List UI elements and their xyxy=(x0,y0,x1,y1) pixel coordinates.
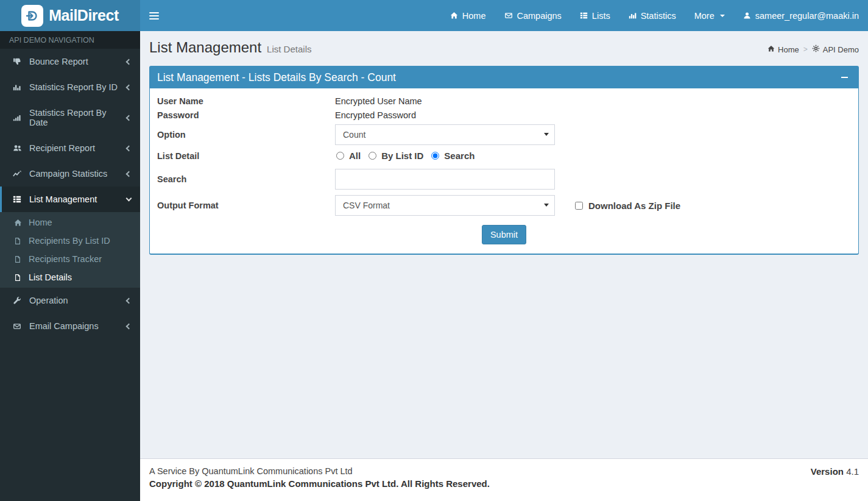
sidebar-item-recipient-report[interactable]: Recipient Report xyxy=(0,135,140,161)
collapse-panel-button[interactable] xyxy=(838,71,851,84)
radio-all-label: All xyxy=(349,151,361,161)
maildirect-logo-icon xyxy=(21,5,43,27)
page-title: List Management List Details xyxy=(149,39,311,56)
submit-row: Submit xyxy=(157,225,851,244)
form-row-output-format: Output Format CSV Format Download As Zip… xyxy=(157,195,851,216)
form-row-option: Option Count xyxy=(157,124,851,145)
breadcrumb-api-demo[interactable]: API Demo xyxy=(812,44,859,54)
panel-header: List Management - Lists Details By Searc… xyxy=(150,66,858,88)
zip-option: Download As Zip File xyxy=(575,201,680,211)
sidebar-item-email-campaigns[interactable]: Email Campaigns xyxy=(0,313,140,339)
chevron-left-icon xyxy=(126,297,132,304)
content-header: List Management List Details Home > API … xyxy=(140,31,868,56)
app-window: MailDirect Home Campaigns Lists xyxy=(0,0,868,501)
signal-icon xyxy=(11,113,23,122)
breadcrumb-separator: > xyxy=(803,45,808,54)
caret-down-icon xyxy=(544,204,549,207)
form-panel: List Management - Lists Details By Searc… xyxy=(149,66,859,255)
users-icon xyxy=(11,144,23,152)
footer-copyright-line: Copyright © 2018 QuantumLink Communicati… xyxy=(149,478,490,489)
list-icon xyxy=(11,195,23,204)
user-name-value: Encrypted User Name xyxy=(335,96,422,106)
breadcrumb-home[interactable]: Home xyxy=(767,45,799,54)
bar-chart-icon xyxy=(629,12,637,20)
nav-item-campaigns[interactable]: Campaigns xyxy=(495,0,571,31)
option-select[interactable]: Count xyxy=(335,124,555,145)
chevron-down-icon xyxy=(126,196,132,202)
chevron-left-icon xyxy=(126,171,132,177)
footer-text: A Service By QuantumLink Communications … xyxy=(149,466,490,494)
thumbs-down-icon xyxy=(11,57,23,66)
nav-item-home[interactable]: Home xyxy=(441,0,495,31)
wrench-icon xyxy=(11,296,23,305)
chevron-left-icon xyxy=(126,145,132,151)
envelope-icon xyxy=(504,12,513,20)
form-row-search: Search xyxy=(157,169,851,190)
breadcrumb: Home > API Demo xyxy=(767,44,859,54)
submit-button[interactable]: Submit xyxy=(482,225,526,244)
sidebar-item-bounce-report[interactable]: Bounce Report xyxy=(0,49,140,74)
download-zip-label: Download As Zip File xyxy=(588,201,680,211)
password-value: Encrypted Password xyxy=(335,110,416,120)
list-detail-label: List Detail xyxy=(157,151,335,161)
caret-down-icon xyxy=(720,15,725,17)
caret-down-icon xyxy=(544,133,549,136)
radio-all[interactable] xyxy=(336,152,344,160)
chevron-left-icon xyxy=(126,323,132,329)
sidebar-subitem-list-details[interactable]: List Details xyxy=(0,268,140,286)
user-email: sameer_regular@maaki.in xyxy=(755,11,859,21)
list-management-submenu: Home Recipients By List ID Recipients Tr… xyxy=(0,212,140,288)
gear-icon xyxy=(812,44,820,54)
line-chart-icon xyxy=(11,169,23,178)
main-header: MailDirect Home Campaigns Lists xyxy=(0,0,868,31)
top-navbar: Home Campaigns Lists Statistics More xyxy=(140,0,868,31)
radio-search-label: Search xyxy=(444,151,475,161)
sidebar-item-operation[interactable]: Operation xyxy=(0,288,140,313)
radio-by-list-id[interactable] xyxy=(369,152,376,160)
main-footer: A Service By QuantumLink Communications … xyxy=(140,458,868,501)
nav-item-more[interactable]: More xyxy=(685,0,734,31)
sidebar-subitem-recipients-by-list-id[interactable]: Recipients By List ID xyxy=(0,232,140,250)
sidebar-item-statistics-report-by-date[interactable]: Statistics Report By Date xyxy=(0,100,140,135)
chevron-left-icon xyxy=(126,115,132,121)
nav-item-statistics[interactable]: Statistics xyxy=(619,0,685,31)
password-label: Password xyxy=(157,110,335,120)
user-icon xyxy=(743,12,751,20)
file-icon xyxy=(13,274,23,282)
nav-item-user-account[interactable]: sameer_regular@maaki.in xyxy=(734,0,868,31)
download-zip-checkbox[interactable] xyxy=(575,202,583,210)
sidebar-subitem-home[interactable]: Home xyxy=(0,213,140,232)
sidebar-item-list-management[interactable]: List Management xyxy=(0,187,140,212)
panel-body: User Name Encrypted User Name Password E… xyxy=(150,88,858,254)
output-format-select-value: CSV Format xyxy=(343,201,390,210)
option-label: Option xyxy=(157,130,335,140)
chevron-left-icon xyxy=(126,59,132,65)
form-row-user-name: User Name Encrypted User Name xyxy=(157,96,851,106)
chevron-left-icon xyxy=(126,84,132,90)
list-icon xyxy=(580,12,588,20)
form-row-password: Password Encrypted Password xyxy=(157,110,851,120)
nav-item-lists[interactable]: Lists xyxy=(571,0,619,31)
footer-version: Version 4.1 xyxy=(811,466,859,494)
panel-title: List Management - Lists Details By Searc… xyxy=(157,71,396,84)
output-format-label: Output Format xyxy=(157,201,335,210)
home-icon xyxy=(450,12,458,20)
footer-service-line: A Service By QuantumLink Communications … xyxy=(149,466,490,476)
sidebar-subitem-recipients-tracker[interactable]: Recipients Tracker xyxy=(0,250,140,268)
option-select-value: Count xyxy=(343,130,365,140)
radio-by-list-id-label: By List ID xyxy=(381,151,423,161)
sidebar-item-statistics-report-by-id[interactable]: Statistics Report By ID xyxy=(0,74,140,100)
brand-logo[interactable]: MailDirect xyxy=(0,0,140,31)
envelope-icon xyxy=(11,322,23,330)
sidebar-toggle-button[interactable] xyxy=(140,0,168,31)
page-subtitle: List Details xyxy=(267,44,311,54)
minus-icon xyxy=(841,77,848,78)
search-input[interactable] xyxy=(335,169,555,190)
radio-search[interactable] xyxy=(431,152,439,160)
bar-chart-icon xyxy=(11,83,23,91)
home-icon xyxy=(767,45,775,54)
home-icon xyxy=(13,219,23,227)
user-name-label: User Name xyxy=(157,96,335,106)
output-format-select[interactable]: CSV Format xyxy=(335,195,555,216)
sidebar-item-campaign-statistics[interactable]: Campaign Statistics xyxy=(0,161,140,187)
